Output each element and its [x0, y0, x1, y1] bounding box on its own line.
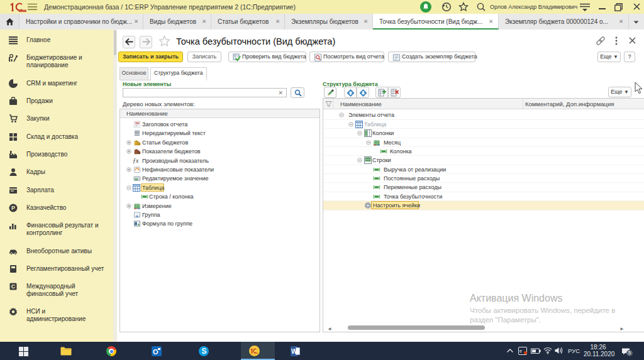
svg-text:Р: Р	[11, 205, 15, 211]
svg-text:C: C	[11, 283, 16, 290]
